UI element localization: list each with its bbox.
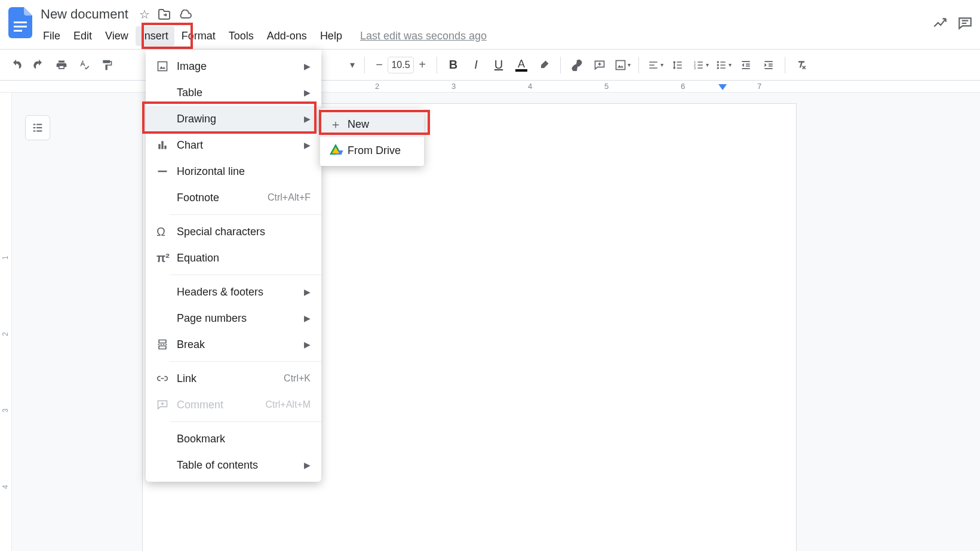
numbered-list-button[interactable]: 123▾ xyxy=(690,55,711,75)
svg-point-9 xyxy=(717,67,718,69)
menu-view[interactable]: View xyxy=(99,26,134,46)
menu-item-label: Chart xyxy=(177,139,304,152)
svg-rect-10 xyxy=(158,62,167,71)
menu-item-footnote[interactable]: Footnote Ctrl+Alt+F xyxy=(146,184,321,211)
activity-icon[interactable] xyxy=(932,16,948,31)
chevron-right-icon: ▶ xyxy=(304,88,311,97)
increase-font-size-button[interactable]: + xyxy=(414,57,431,73)
menu-item-link[interactable]: Link Ctrl+K xyxy=(146,365,321,392)
add-comment-button[interactable] xyxy=(589,55,610,75)
ruler-tick: 3 xyxy=(451,82,456,91)
increase-indent-button[interactable] xyxy=(758,55,779,75)
menu-item-image[interactable]: Image ▶ xyxy=(146,53,321,79)
menu-item-label: Page numbers xyxy=(177,312,304,325)
toolbar-divider xyxy=(638,57,639,73)
spellcheck-button[interactable] xyxy=(74,55,94,75)
toolbar-divider xyxy=(437,57,437,73)
menu-item-label: Horizontal line xyxy=(177,165,311,178)
font-size-input[interactable]: 10.5 xyxy=(388,57,414,73)
menu-item-break[interactable]: Break ▶ xyxy=(146,331,321,358)
star-icon[interactable]: ☆ xyxy=(139,7,150,21)
cloud-status-icon[interactable] xyxy=(179,10,192,19)
vertical-ruler[interactable]: 1 2 3 4 xyxy=(0,93,12,551)
decrease-font-size-button[interactable]: − xyxy=(371,57,388,73)
decrease-indent-button[interactable] xyxy=(736,55,756,75)
chevron-right-icon: ▶ xyxy=(304,114,311,124)
ruler-tick: 1 xyxy=(1,256,10,260)
paint-format-button[interactable] xyxy=(97,55,117,75)
menu-item-label: Drawing xyxy=(177,113,304,125)
svg-rect-2 xyxy=(14,30,22,32)
title-area: New document ☆ File Edit View Insert For… xyxy=(37,5,487,46)
menu-item-special-characters[interactable]: Ω Special characters xyxy=(146,218,321,245)
menu-item-horizontal-line[interactable]: Horizontal line xyxy=(146,158,321,184)
menubar: File Edit View Insert Format Tools Add-o… xyxy=(37,26,487,46)
chevron-right-icon: ▶ xyxy=(304,340,311,349)
submenu-item-from-drive[interactable]: From Drive xyxy=(320,137,424,164)
drive-icon xyxy=(330,144,348,158)
docs-logo[interactable] xyxy=(7,6,33,39)
menu-item-equation[interactable]: π² Equation xyxy=(146,245,321,271)
submenu-item-label: New xyxy=(348,118,369,131)
ruler-tick: 4 xyxy=(528,82,532,91)
menu-item-label: Headers & footers xyxy=(177,286,304,298)
move-icon[interactable] xyxy=(158,9,170,20)
menu-item-drawing[interactable]: Drawing ▶ xyxy=(146,106,321,132)
menu-item-table-of-contents[interactable]: Table of contents ▶ xyxy=(146,452,321,478)
open-comments-icon[interactable] xyxy=(957,16,973,31)
menu-item-label: Break xyxy=(177,338,304,351)
ruler-tick: 5 xyxy=(604,82,609,91)
plus-icon: ＋ xyxy=(330,116,348,133)
clear-formatting-button[interactable] xyxy=(791,55,812,75)
ruler-tick: 2 xyxy=(1,332,10,336)
bold-button[interactable]: B xyxy=(443,55,463,75)
right-indent-marker[interactable] xyxy=(718,84,727,90)
menu-tools[interactable]: Tools xyxy=(223,26,260,46)
insert-link-button[interactable] xyxy=(567,55,587,75)
menu-format[interactable]: Format xyxy=(176,26,222,46)
menu-item-label: Comment xyxy=(177,399,265,411)
horizontal-line-icon xyxy=(156,165,177,177)
text-color-button[interactable]: A xyxy=(511,55,532,75)
highlight-color-button[interactable] xyxy=(534,55,554,75)
menu-item-table[interactable]: Table ▶ xyxy=(146,79,321,106)
show-outline-button[interactable] xyxy=(25,115,50,140)
italic-button[interactable]: I xyxy=(466,55,486,75)
menu-item-bookmark[interactable]: Bookmark xyxy=(146,426,321,452)
toolbar-divider xyxy=(785,57,785,73)
menu-help[interactable]: Help xyxy=(314,26,348,46)
undo-button[interactable] xyxy=(6,55,26,75)
menu-separator xyxy=(170,275,321,275)
line-spacing-button[interactable] xyxy=(668,55,688,75)
menu-item-label: Link xyxy=(177,373,284,385)
keyboard-shortcut: Ctrl+K xyxy=(284,373,311,384)
insert-image-button[interactable]: ▾ xyxy=(612,55,632,75)
menu-item-label: Equation xyxy=(177,252,311,264)
redo-button[interactable] xyxy=(29,55,49,75)
svg-point-8 xyxy=(717,64,718,66)
bulleted-list-button[interactable]: ▾ xyxy=(713,55,733,75)
menu-file[interactable]: File xyxy=(37,26,66,46)
document-title[interactable]: New document xyxy=(37,5,132,23)
menu-edit[interactable]: Edit xyxy=(67,26,98,46)
underline-button[interactable]: U xyxy=(489,55,509,75)
chevron-right-icon: ▶ xyxy=(304,313,311,323)
submenu-item-new[interactable]: ＋ New xyxy=(320,111,424,137)
menu-item-chart[interactable]: Chart ▶ xyxy=(146,132,321,158)
page-break-icon xyxy=(156,338,177,350)
menu-separator xyxy=(170,214,321,215)
menu-item-page-numbers[interactable]: Page numbers ▶ xyxy=(146,305,321,331)
menu-item-label: Image xyxy=(177,60,304,73)
ruler-tick: 7 xyxy=(757,82,761,91)
svg-text:3: 3 xyxy=(693,66,695,69)
toolbar-divider xyxy=(560,57,561,73)
align-button[interactable]: ▾ xyxy=(645,55,665,75)
chevron-right-icon: ▶ xyxy=(304,287,311,297)
last-edit-link[interactable]: Last edit was seconds ago xyxy=(360,30,487,42)
svg-rect-1 xyxy=(14,26,27,27)
menu-insert[interactable]: Insert xyxy=(136,26,174,46)
drawing-submenu: ＋ New From Drive xyxy=(320,109,424,166)
menu-item-headers-footers[interactable]: Headers & footers ▶ xyxy=(146,279,321,305)
print-button[interactable] xyxy=(51,55,72,75)
menu-addons[interactable]: Add-ons xyxy=(261,26,313,46)
